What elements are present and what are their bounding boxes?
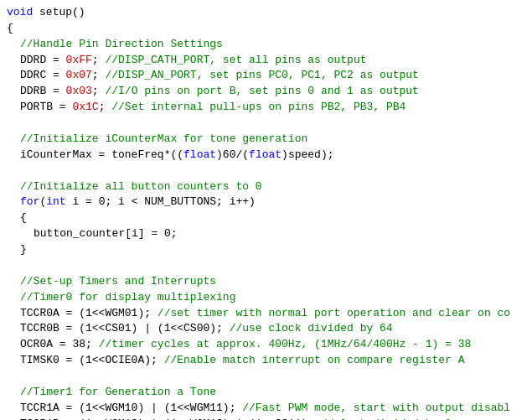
code-line-17 <box>0 258 532 274</box>
timsk0-line: TIMSK0 = (1<<OCIE0A); //Enable match int… <box>20 353 465 369</box>
for-keyword: for <box>20 195 39 208</box>
tccr0b-text: TCCR0B = (1<<CS01) | (1<<CS00); <box>20 322 230 334</box>
for-brace-open: { <box>20 210 27 226</box>
code-line-3: //Handle Pin Direction Settings <box>0 37 532 53</box>
tccr1a-text: TCCR1A = (1<<WGM10) | (1<<WGM11); <box>20 402 242 414</box>
code-line-9: //Initialize iCounterMax for tone genera… <box>0 132 532 148</box>
tccr0a-line: TCCR0A = (1<<WGM01); //set timer with no… <box>20 306 510 322</box>
code-text: void setup() <box>7 5 85 21</box>
ddrc-val: 0x07 <box>66 69 92 81</box>
ddrc-comment: //DISP_AN_PORT, set pins PC0, PC1, PC2 a… <box>105 69 418 81</box>
ddrc-semi: ; <box>92 69 106 81</box>
ddrc-ident: DDRC = <box>20 69 66 81</box>
tccr1a-line: TCCR1A = (1<<WGM10) | (1<<WGM11); //Fast… <box>20 401 510 417</box>
ddrb-comment: //I/O pins on port B, set pins 0 and 1 a… <box>105 85 418 97</box>
tccr0a-comment: //set timer with normal port operation a… <box>158 307 510 319</box>
code-line-21: TCCR0B = (1<<CS01) | (1<<CS00); //use cl… <box>0 321 532 337</box>
for-body: i = 0; i < NUM_BUTTONS; i++) <box>66 195 256 208</box>
code-line-27: TCCR1B = (1<<WGM12) | (1<<WGM13) | (1<<C… <box>0 417 532 420</box>
ddrb-ident: DDRB = <box>20 85 66 97</box>
portb-semi: ; <box>99 101 112 113</box>
ocr0a-comment: //timer cycles at approx. 400Hz, (1MHz/6… <box>99 338 472 350</box>
code-line-7: PORTB = 0x1C; //Set internal pull-ups on… <box>0 100 532 116</box>
button-counter-line: button_counter[i] = 0; <box>34 226 178 242</box>
code-line-10: iCounterMax = toneFreq*((float)60/(float… <box>0 148 532 163</box>
icm-text: iCounterMax = toneFreq*((float)60/(float… <box>20 148 334 161</box>
ddrc-line: DDRC = 0x07; //DISP_AN_PORT, set pins PC… <box>20 68 419 84</box>
comment-timer0: //Timer0 for display multiplexing <box>20 290 235 306</box>
code-line-14: { <box>0 210 532 226</box>
keyword-void: void <box>7 6 33 18</box>
ddrd-comment: //DISP_CATH_PORT, set all pins as output <box>105 54 366 66</box>
comment-icountermax: //Initialize iCounterMax for tone genera… <box>20 132 307 148</box>
timsk0-comment: //Enable match interrupt on compare regi… <box>164 354 465 366</box>
icountermax-line: iCounterMax = toneFreq*((float)60/(float… <box>20 148 334 163</box>
int-keyword: int <box>46 195 65 208</box>
portb-ident: PORTB = <box>20 101 72 113</box>
code-line-6: DDRB = 0x03; //I/O pins on port B, set p… <box>0 84 532 100</box>
portb-line: PORTB = 0x1C; //Set internal pull-ups on… <box>20 100 405 116</box>
for-brace-close: } <box>20 242 27 258</box>
ddrd-val: 0xFF <box>66 54 92 66</box>
code-line-19: //Timer0 for display multiplexing <box>0 290 532 306</box>
tccr0b-line: TCCR0B = (1<<CS01) | (1<<CS00); //use cl… <box>20 321 393 337</box>
code-line-11 <box>0 163 532 179</box>
tccr1b-line: TCCR1B = (1<<WGM12) | (1<<WGM13) | (1<<C… <box>20 417 452 420</box>
code-line-1: void setup() <box>0 5 532 21</box>
code-editor: void setup() { //Handle Pin Direction Se… <box>0 0 532 420</box>
func-name: setup() <box>39 6 85 18</box>
code-line-23: TIMSK0 = (1<<OCIE0A); //Enable match int… <box>0 353 532 369</box>
tccr1b-comment: //clock divided by 8 <box>321 417 452 420</box>
ocr0a-text: OCR0A = 38; <box>20 338 99 350</box>
code-line-26: TCCR1A = (1<<WGM10) | (1<<WGM11); //Fast… <box>0 401 532 417</box>
ddrd-semi: ; <box>92 54 106 66</box>
code-line-20: TCCR0A = (1<<WGM01); //set timer with no… <box>0 306 532 322</box>
code-line-16: } <box>0 242 532 258</box>
code-line-15: button_counter[i] = 0; <box>0 226 532 242</box>
code-line-4: DDRD = 0xFF; //DISP_CATH_PORT, set all p… <box>0 53 532 69</box>
tccr1b-text: TCCR1B = (1<<WGM12) | (1<<WGM13) | (1<<C… <box>20 417 321 420</box>
portb-comment: //Set internal pull-ups on pins PB2, PB3… <box>111 101 405 113</box>
code-line-18: //Set-up Timers and Interrupts <box>0 274 532 290</box>
ddrb-line: DDRB = 0x03; //I/O pins on port B, set p… <box>20 84 419 100</box>
code-line-24 <box>0 369 532 385</box>
ocr0a-line: OCR0A = 38; //timer cycles at approx. 40… <box>20 337 471 353</box>
comment-timer1: //Timer1 for Generation a Tone <box>20 385 216 401</box>
comment-handle-pin: //Handle Pin Direction Settings <box>20 37 223 53</box>
portb-val: 0x1C <box>72 101 98 113</box>
comment-button-counters: //Initialize all button counters to 0 <box>20 179 262 195</box>
timsk0-text: TIMSK0 = (1<<OCIE0A); <box>20 354 164 366</box>
comment-timers: //Set-up Timers and Interrupts <box>20 274 216 290</box>
ddrd-line: DDRD = 0xFF; //DISP_CATH_PORT, set all p… <box>20 53 367 69</box>
code-line-22: OCR0A = 38; //timer cycles at approx. 40… <box>0 337 532 353</box>
code-line-5: DDRC = 0x07; //DISP_AN_PORT, set pins PC… <box>0 68 532 84</box>
code-line-12: //Initialize all button counters to 0 <box>0 179 532 195</box>
code-line-2: { <box>0 21 532 37</box>
brace-open: { <box>7 21 13 37</box>
tccr0b-comment: //use clock divided by 64 <box>230 322 393 334</box>
ddrb-val: 0x03 <box>66 85 92 97</box>
ddrb-semi: ; <box>92 85 106 97</box>
code-line-8 <box>0 116 532 132</box>
tccr1a-comment: //Fast PWM mode, start with output disab… <box>242 402 510 414</box>
for-line: for(int i = 0; i < NUM_BUTTONS; i++) <box>20 194 256 210</box>
tccr0a-text: TCCR0A = (1<<WGM01); <box>20 307 158 319</box>
code-line-13: for(int i = 0; i < NUM_BUTTONS; i++) <box>0 194 532 210</box>
ddrd-ident: DDRD = <box>20 54 66 66</box>
code-line-25: //Timer1 for Generation a Tone <box>0 385 532 401</box>
